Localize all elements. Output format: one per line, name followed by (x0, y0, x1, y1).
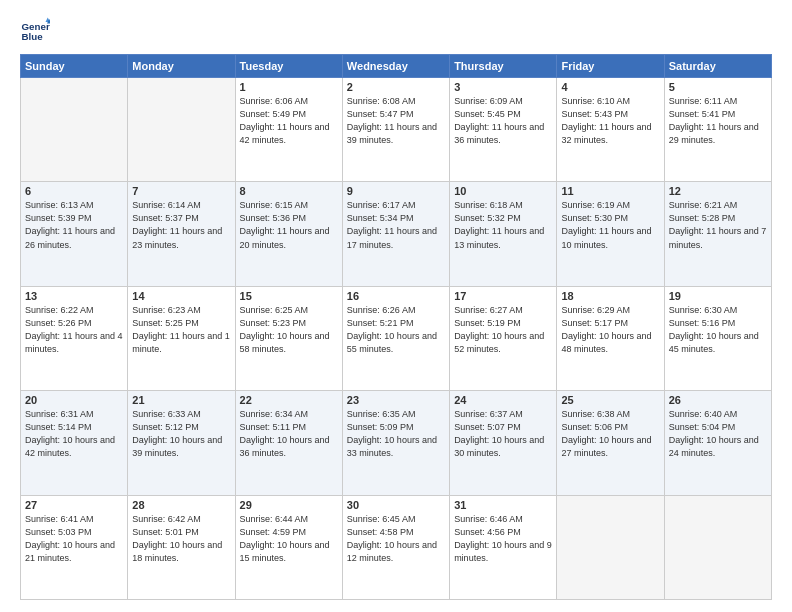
calendar-cell: 4Sunrise: 6:10 AM Sunset: 5:43 PM Daylig… (557, 78, 664, 182)
day-info: Sunrise: 6:37 AM Sunset: 5:07 PM Dayligh… (454, 408, 552, 460)
day-number: 14 (132, 290, 230, 302)
calendar-table: SundayMondayTuesdayWednesdayThursdayFrid… (20, 54, 772, 600)
calendar-cell: 14Sunrise: 6:23 AM Sunset: 5:25 PM Dayli… (128, 286, 235, 390)
logo-icon: General Blue (20, 16, 50, 46)
day-info: Sunrise: 6:34 AM Sunset: 5:11 PM Dayligh… (240, 408, 338, 460)
calendar-cell: 7Sunrise: 6:14 AM Sunset: 5:37 PM Daylig… (128, 182, 235, 286)
day-number: 16 (347, 290, 445, 302)
day-number: 29 (240, 499, 338, 511)
calendar-cell: 2Sunrise: 6:08 AM Sunset: 5:47 PM Daylig… (342, 78, 449, 182)
day-info: Sunrise: 6:21 AM Sunset: 5:28 PM Dayligh… (669, 199, 767, 251)
day-info: Sunrise: 6:15 AM Sunset: 5:36 PM Dayligh… (240, 199, 338, 251)
calendar-cell: 22Sunrise: 6:34 AM Sunset: 5:11 PM Dayli… (235, 391, 342, 495)
calendar-week-row: 6Sunrise: 6:13 AM Sunset: 5:39 PM Daylig… (21, 182, 772, 286)
day-number: 1 (240, 81, 338, 93)
day-number: 18 (561, 290, 659, 302)
day-info: Sunrise: 6:31 AM Sunset: 5:14 PM Dayligh… (25, 408, 123, 460)
day-info: Sunrise: 6:23 AM Sunset: 5:25 PM Dayligh… (132, 304, 230, 356)
calendar-cell: 26Sunrise: 6:40 AM Sunset: 5:04 PM Dayli… (664, 391, 771, 495)
calendar-cell: 5Sunrise: 6:11 AM Sunset: 5:41 PM Daylig… (664, 78, 771, 182)
day-info: Sunrise: 6:17 AM Sunset: 5:34 PM Dayligh… (347, 199, 445, 251)
calendar-cell (557, 495, 664, 599)
day-number: 7 (132, 185, 230, 197)
calendar-week-row: 27Sunrise: 6:41 AM Sunset: 5:03 PM Dayli… (21, 495, 772, 599)
day-info: Sunrise: 6:41 AM Sunset: 5:03 PM Dayligh… (25, 513, 123, 565)
calendar-cell (664, 495, 771, 599)
svg-text:General: General (22, 21, 51, 32)
weekday-header-row: SundayMondayTuesdayWednesdayThursdayFrid… (21, 55, 772, 78)
day-number: 6 (25, 185, 123, 197)
day-info: Sunrise: 6:08 AM Sunset: 5:47 PM Dayligh… (347, 95, 445, 147)
page: General Blue SundayMondayTuesdayWednesda… (0, 0, 792, 612)
calendar-cell: 23Sunrise: 6:35 AM Sunset: 5:09 PM Dayli… (342, 391, 449, 495)
day-info: Sunrise: 6:22 AM Sunset: 5:26 PM Dayligh… (25, 304, 123, 356)
day-info: Sunrise: 6:44 AM Sunset: 4:59 PM Dayligh… (240, 513, 338, 565)
weekday-header-saturday: Saturday (664, 55, 771, 78)
calendar-cell: 29Sunrise: 6:44 AM Sunset: 4:59 PM Dayli… (235, 495, 342, 599)
day-info: Sunrise: 6:40 AM Sunset: 5:04 PM Dayligh… (669, 408, 767, 460)
day-number: 26 (669, 394, 767, 406)
svg-text:Blue: Blue (22, 31, 44, 42)
calendar-cell: 30Sunrise: 6:45 AM Sunset: 4:58 PM Dayli… (342, 495, 449, 599)
calendar-cell: 8Sunrise: 6:15 AM Sunset: 5:36 PM Daylig… (235, 182, 342, 286)
calendar-cell: 24Sunrise: 6:37 AM Sunset: 5:07 PM Dayli… (450, 391, 557, 495)
calendar-cell: 17Sunrise: 6:27 AM Sunset: 5:19 PM Dayli… (450, 286, 557, 390)
day-info: Sunrise: 6:25 AM Sunset: 5:23 PM Dayligh… (240, 304, 338, 356)
calendar-cell: 1Sunrise: 6:06 AM Sunset: 5:49 PM Daylig… (235, 78, 342, 182)
calendar-cell: 6Sunrise: 6:13 AM Sunset: 5:39 PM Daylig… (21, 182, 128, 286)
day-number: 22 (240, 394, 338, 406)
day-number: 19 (669, 290, 767, 302)
weekday-header-friday: Friday (557, 55, 664, 78)
day-info: Sunrise: 6:19 AM Sunset: 5:30 PM Dayligh… (561, 199, 659, 251)
day-number: 17 (454, 290, 552, 302)
day-info: Sunrise: 6:38 AM Sunset: 5:06 PM Dayligh… (561, 408, 659, 460)
weekday-header-sunday: Sunday (21, 55, 128, 78)
day-info: Sunrise: 6:26 AM Sunset: 5:21 PM Dayligh… (347, 304, 445, 356)
calendar-cell (128, 78, 235, 182)
day-info: Sunrise: 6:46 AM Sunset: 4:56 PM Dayligh… (454, 513, 552, 565)
day-info: Sunrise: 6:10 AM Sunset: 5:43 PM Dayligh… (561, 95, 659, 147)
calendar-cell: 20Sunrise: 6:31 AM Sunset: 5:14 PM Dayli… (21, 391, 128, 495)
calendar-cell: 21Sunrise: 6:33 AM Sunset: 5:12 PM Dayli… (128, 391, 235, 495)
day-number: 23 (347, 394, 445, 406)
weekday-header-thursday: Thursday (450, 55, 557, 78)
calendar-cell: 13Sunrise: 6:22 AM Sunset: 5:26 PM Dayli… (21, 286, 128, 390)
calendar-cell: 9Sunrise: 6:17 AM Sunset: 5:34 PM Daylig… (342, 182, 449, 286)
day-info: Sunrise: 6:13 AM Sunset: 5:39 PM Dayligh… (25, 199, 123, 251)
weekday-header-tuesday: Tuesday (235, 55, 342, 78)
calendar-week-row: 1Sunrise: 6:06 AM Sunset: 5:49 PM Daylig… (21, 78, 772, 182)
header: General Blue (20, 16, 772, 46)
day-info: Sunrise: 6:45 AM Sunset: 4:58 PM Dayligh… (347, 513, 445, 565)
weekday-header-monday: Monday (128, 55, 235, 78)
day-info: Sunrise: 6:06 AM Sunset: 5:49 PM Dayligh… (240, 95, 338, 147)
calendar-cell: 18Sunrise: 6:29 AM Sunset: 5:17 PM Dayli… (557, 286, 664, 390)
day-info: Sunrise: 6:27 AM Sunset: 5:19 PM Dayligh… (454, 304, 552, 356)
day-number: 21 (132, 394, 230, 406)
day-number: 11 (561, 185, 659, 197)
calendar-week-row: 20Sunrise: 6:31 AM Sunset: 5:14 PM Dayli… (21, 391, 772, 495)
day-number: 12 (669, 185, 767, 197)
day-info: Sunrise: 6:14 AM Sunset: 5:37 PM Dayligh… (132, 199, 230, 251)
day-info: Sunrise: 6:30 AM Sunset: 5:16 PM Dayligh… (669, 304, 767, 356)
day-number: 30 (347, 499, 445, 511)
day-info: Sunrise: 6:33 AM Sunset: 5:12 PM Dayligh… (132, 408, 230, 460)
day-number: 24 (454, 394, 552, 406)
day-info: Sunrise: 6:11 AM Sunset: 5:41 PM Dayligh… (669, 95, 767, 147)
calendar-week-row: 13Sunrise: 6:22 AM Sunset: 5:26 PM Dayli… (21, 286, 772, 390)
calendar-cell: 16Sunrise: 6:26 AM Sunset: 5:21 PM Dayli… (342, 286, 449, 390)
day-number: 9 (347, 185, 445, 197)
calendar-cell: 11Sunrise: 6:19 AM Sunset: 5:30 PM Dayli… (557, 182, 664, 286)
day-info: Sunrise: 6:18 AM Sunset: 5:32 PM Dayligh… (454, 199, 552, 251)
day-info: Sunrise: 6:29 AM Sunset: 5:17 PM Dayligh… (561, 304, 659, 356)
day-info: Sunrise: 6:35 AM Sunset: 5:09 PM Dayligh… (347, 408, 445, 460)
calendar-cell: 25Sunrise: 6:38 AM Sunset: 5:06 PM Dayli… (557, 391, 664, 495)
weekday-header-wednesday: Wednesday (342, 55, 449, 78)
day-number: 25 (561, 394, 659, 406)
day-number: 10 (454, 185, 552, 197)
day-number: 8 (240, 185, 338, 197)
day-info: Sunrise: 6:42 AM Sunset: 5:01 PM Dayligh… (132, 513, 230, 565)
day-number: 27 (25, 499, 123, 511)
calendar-cell: 12Sunrise: 6:21 AM Sunset: 5:28 PM Dayli… (664, 182, 771, 286)
day-number: 15 (240, 290, 338, 302)
day-number: 28 (132, 499, 230, 511)
